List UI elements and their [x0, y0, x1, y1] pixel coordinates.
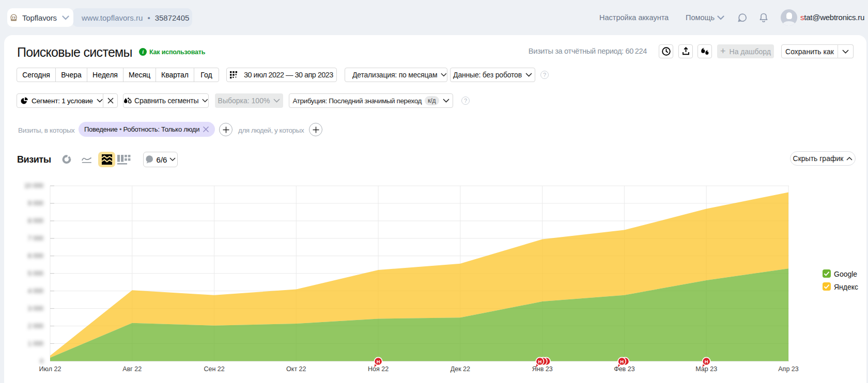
svg-text:Н: Н — [705, 359, 708, 364]
svg-text:Окт 22: Окт 22 — [286, 365, 306, 373]
svg-text:Н: Н — [620, 359, 624, 364]
svg-text:Апр 23: Апр 23 — [778, 365, 798, 373]
svg-text:Дек 22: Дек 22 — [451, 365, 470, 373]
svg-text:Мар 23: Мар 23 — [695, 365, 717, 373]
svg-text:Июл 22: Июл 22 — [39, 365, 61, 373]
svg-text:TF: TF — [11, 15, 16, 20]
svg-text:Н: Н — [538, 359, 541, 364]
svg-text:Фев 23: Фев 23 — [614, 365, 635, 373]
svg-text:Янв 23: Янв 23 — [532, 365, 553, 373]
svg-text:Сен 22: Сен 22 — [204, 365, 224, 373]
svg-text:Авг 22: Авг 22 — [122, 365, 142, 373]
svg-text:i: i — [142, 49, 144, 55]
svg-text:Н: Н — [377, 359, 380, 364]
svg-text:Ноя 22: Ноя 22 — [368, 365, 389, 373]
